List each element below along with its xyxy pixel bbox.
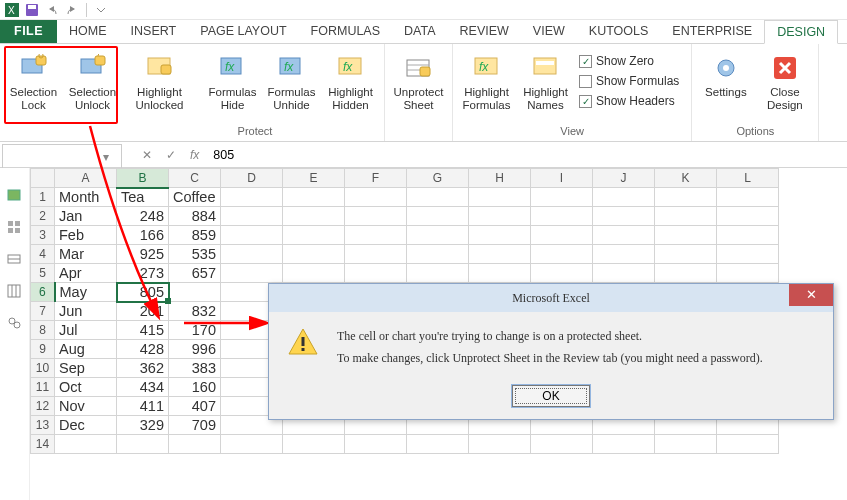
cell[interactable] [469, 226, 531, 245]
formulas-unhide-button[interactable]: fx Formulas Unhide [264, 48, 319, 123]
cell[interactable]: 415 [117, 321, 169, 340]
save-icon[interactable] [24, 2, 40, 18]
cell[interactable] [221, 264, 283, 283]
cell[interactable]: Apr [55, 264, 117, 283]
cell[interactable]: 383 [169, 359, 221, 378]
cell[interactable]: 832 [169, 302, 221, 321]
cell[interactable] [407, 435, 469, 454]
cell[interactable] [655, 245, 717, 264]
column-header[interactable]: F [345, 169, 407, 188]
column-header[interactable]: L [717, 169, 779, 188]
cell[interactable] [593, 226, 655, 245]
cell[interactable] [655, 207, 717, 226]
row-header[interactable]: 8 [31, 321, 55, 340]
tab-page-layout[interactable]: PAGE LAYOUT [188, 20, 298, 43]
row-header[interactable]: 1 [31, 188, 55, 207]
cell[interactable]: 411 [117, 397, 169, 416]
cell[interactable] [717, 226, 779, 245]
row-header[interactable]: 14 [31, 435, 55, 454]
cell[interactable]: May [55, 283, 117, 302]
cell[interactable] [531, 264, 593, 283]
redo-icon[interactable] [64, 2, 80, 18]
cancel-formula-icon[interactable]: ✕ [142, 148, 152, 162]
cell[interactable] [283, 226, 345, 245]
cell[interactable]: Coffee [169, 188, 221, 207]
highlight-names-button[interactable]: Highlight Names [518, 48, 573, 123]
cell[interactable]: Oct [55, 378, 117, 397]
cell[interactable] [283, 435, 345, 454]
cell[interactable] [407, 207, 469, 226]
select-all-corner[interactable] [31, 169, 55, 188]
formulas-hide-button[interactable]: fx Formulas Hide [205, 48, 260, 123]
cell[interactable] [407, 226, 469, 245]
cell[interactable] [345, 207, 407, 226]
ok-button[interactable]: OK [512, 385, 590, 407]
enter-formula-icon[interactable]: ✓ [166, 148, 176, 162]
column-header[interactable]: A [55, 169, 117, 188]
cell[interactable] [717, 188, 779, 207]
show-zero-checkbox[interactable]: ✓Show Zero [579, 54, 679, 68]
cell[interactable] [407, 188, 469, 207]
column-header[interactable]: B [117, 169, 169, 188]
row-header[interactable]: 2 [31, 207, 55, 226]
tab-file[interactable]: FILE [0, 20, 57, 43]
cell[interactable] [169, 435, 221, 454]
cell[interactable]: 273 [117, 264, 169, 283]
cell[interactable]: 925 [117, 245, 169, 264]
row-header[interactable]: 13 [31, 416, 55, 435]
cell[interactable]: 657 [169, 264, 221, 283]
row-header[interactable]: 4 [31, 245, 55, 264]
tab-formulas[interactable]: FORMULAS [299, 20, 392, 43]
tab-data[interactable]: DATA [392, 20, 447, 43]
cell[interactable] [345, 435, 407, 454]
cell[interactable] [469, 188, 531, 207]
name-box[interactable]: ▾ [2, 144, 122, 169]
cell[interactable]: 407 [169, 397, 221, 416]
cell[interactable] [407, 264, 469, 283]
column-header[interactable]: K [655, 169, 717, 188]
cell[interactable]: 996 [169, 340, 221, 359]
cell[interactable] [345, 226, 407, 245]
cell[interactable] [407, 245, 469, 264]
tab-home[interactable]: HOME [57, 20, 119, 43]
cell[interactable] [593, 207, 655, 226]
cell[interactable] [221, 226, 283, 245]
tab-kutools[interactable]: KUTOOLS [577, 20, 661, 43]
pane-names-icon[interactable] [7, 252, 23, 268]
cell[interactable]: 859 [169, 226, 221, 245]
cell[interactable]: Aug [55, 340, 117, 359]
row-header[interactable]: 11 [31, 378, 55, 397]
column-header[interactable]: D [221, 169, 283, 188]
cell[interactable]: 805 [117, 283, 169, 302]
name-box-input[interactable] [3, 150, 91, 164]
settings-button[interactable]: Settings [698, 48, 753, 123]
cell[interactable] [531, 226, 593, 245]
cell[interactable] [593, 435, 655, 454]
tab-enterprise[interactable]: ENTERPRISE [660, 20, 764, 43]
cell[interactable] [531, 207, 593, 226]
row-header[interactable]: 7 [31, 302, 55, 321]
cell[interactable] [655, 435, 717, 454]
cell[interactable]: 535 [169, 245, 221, 264]
cell[interactable] [345, 245, 407, 264]
cell[interactable]: 329 [117, 416, 169, 435]
column-header[interactable]: I [531, 169, 593, 188]
formula-input[interactable] [213, 148, 413, 162]
cell[interactable] [593, 264, 655, 283]
cell[interactable]: Jul [55, 321, 117, 340]
row-header[interactable]: 6 [31, 283, 55, 302]
cell[interactable]: Tea [117, 188, 169, 207]
cell[interactable] [469, 264, 531, 283]
cell[interactable]: Dec [55, 416, 117, 435]
cell[interactable] [655, 264, 717, 283]
cell[interactable] [469, 245, 531, 264]
row-header[interactable]: 10 [31, 359, 55, 378]
cell[interactable] [717, 264, 779, 283]
cell[interactable] [469, 207, 531, 226]
pane-find-icon[interactable] [7, 316, 23, 332]
column-header[interactable]: H [469, 169, 531, 188]
cell[interactable] [221, 207, 283, 226]
cell[interactable]: 170 [169, 321, 221, 340]
cell[interactable] [345, 264, 407, 283]
cell[interactable]: Jan [55, 207, 117, 226]
